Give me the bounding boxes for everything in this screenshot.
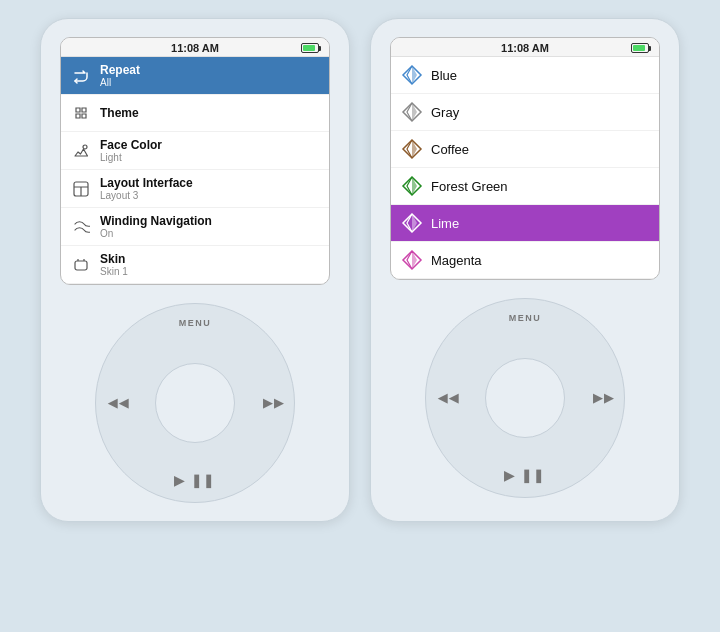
left-ipod: 11:08 AM [40, 18, 350, 522]
svg-rect-4 [75, 261, 87, 270]
right-wheel-prev[interactable]: ◀◀ [438, 391, 459, 405]
coffee-swatch [401, 138, 423, 160]
left-wheel-center[interactable] [155, 363, 235, 443]
menu-item-face-color[interactable]: Face Color Light [61, 132, 329, 170]
right-wheel-menu[interactable]: MENU [509, 313, 542, 323]
skin-sub: Skin 1 [100, 266, 128, 277]
left-menu-list: Repeat All Theme [61, 57, 329, 284]
menu-item-repeat[interactable]: Repeat All [61, 57, 329, 95]
left-statusbar: 11:08 AM [61, 38, 329, 57]
lime-label: Lime [431, 216, 459, 231]
theme-icon [69, 101, 93, 125]
repeat-icon [69, 64, 93, 88]
layout-sub: Layout 3 [100, 190, 193, 201]
right-time: 11:08 AM [501, 42, 549, 54]
menu-item-winding[interactable]: Winding Navigation On [61, 208, 329, 246]
color-item-forest-green[interactable]: Forest Green [391, 168, 659, 205]
right-click-wheel: MENU ◀◀ ▶▶ ▶ ❚❚ [371, 298, 679, 498]
color-item-magenta[interactable]: Magenta [391, 242, 659, 279]
blue-swatch [401, 64, 423, 86]
right-battery-icon [631, 43, 649, 53]
face-color-icon [69, 139, 93, 163]
color-item-gray[interactable]: Gray [391, 94, 659, 131]
winding-icon [69, 215, 93, 239]
layout-text: Layout Interface Layout 3 [100, 176, 193, 201]
left-wheel-play[interactable]: ▶ ❚❚ [174, 473, 216, 488]
right-color-list: Blue Gray [391, 57, 659, 279]
left-wheel-next[interactable]: ▶▶ [263, 396, 284, 410]
right-wheel-center[interactable] [485, 358, 565, 438]
devices-container: 11:08 AM [0, 0, 720, 540]
left-click-wheel: MENU ◀◀ ▶▶ ▶ ❚❚ [41, 303, 349, 503]
face-color-label: Face Color [100, 138, 162, 152]
color-item-lime[interactable]: Lime [391, 205, 659, 242]
repeat-label: Repeat [100, 63, 140, 77]
color-item-blue[interactable]: Blue [391, 57, 659, 94]
menu-item-skin[interactable]: Skin Skin 1 [61, 246, 329, 284]
battery-tip [319, 46, 321, 51]
right-wheel-outer[interactable]: MENU ◀◀ ▶▶ ▶ ❚❚ [425, 298, 625, 498]
blue-label: Blue [431, 68, 457, 83]
svg-point-0 [83, 145, 87, 149]
skin-text: Skin Skin 1 [100, 252, 128, 277]
repeat-text: Repeat All [100, 63, 140, 88]
skin-icon [69, 253, 93, 277]
left-wheel-outer[interactable]: MENU ◀◀ ▶▶ ▶ ❚❚ [95, 303, 295, 503]
gray-swatch [401, 101, 423, 123]
winding-text: Winding Navigation On [100, 214, 212, 239]
magenta-swatch [401, 249, 423, 271]
right-wheel-next[interactable]: ▶▶ [593, 391, 614, 405]
menu-item-theme[interactable]: Theme [61, 95, 329, 132]
forest-green-swatch [401, 175, 423, 197]
winding-label: Winding Navigation [100, 214, 212, 228]
face-color-text: Face Color Light [100, 138, 162, 163]
winding-sub: On [100, 228, 212, 239]
left-wheel-prev[interactable]: ◀◀ [108, 396, 129, 410]
repeat-sub: All [100, 77, 140, 88]
layout-icon [69, 177, 93, 201]
right-ipod: 11:08 AM Blue [370, 18, 680, 522]
menu-item-layout[interactable]: Layout Interface Layout 3 [61, 170, 329, 208]
coffee-label: Coffee [431, 142, 469, 157]
theme-text: Theme [100, 106, 139, 120]
right-battery-tip [649, 46, 651, 51]
skin-label: Skin [100, 252, 128, 266]
face-color-sub: Light [100, 152, 162, 163]
left-time: 11:08 AM [171, 42, 219, 54]
left-wheel-menu[interactable]: MENU [179, 318, 212, 328]
left-screen: 11:08 AM [60, 37, 330, 285]
theme-label: Theme [100, 106, 139, 120]
layout-label: Layout Interface [100, 176, 193, 190]
battery-icon [301, 43, 319, 53]
forest-green-label: Forest Green [431, 179, 508, 194]
gray-label: Gray [431, 105, 459, 120]
color-item-coffee[interactable]: Coffee [391, 131, 659, 168]
magenta-label: Magenta [431, 253, 482, 268]
lime-swatch [401, 212, 423, 234]
right-wheel-play[interactable]: ▶ ❚❚ [504, 468, 546, 483]
right-statusbar: 11:08 AM [391, 38, 659, 57]
right-screen: 11:08 AM Blue [390, 37, 660, 280]
